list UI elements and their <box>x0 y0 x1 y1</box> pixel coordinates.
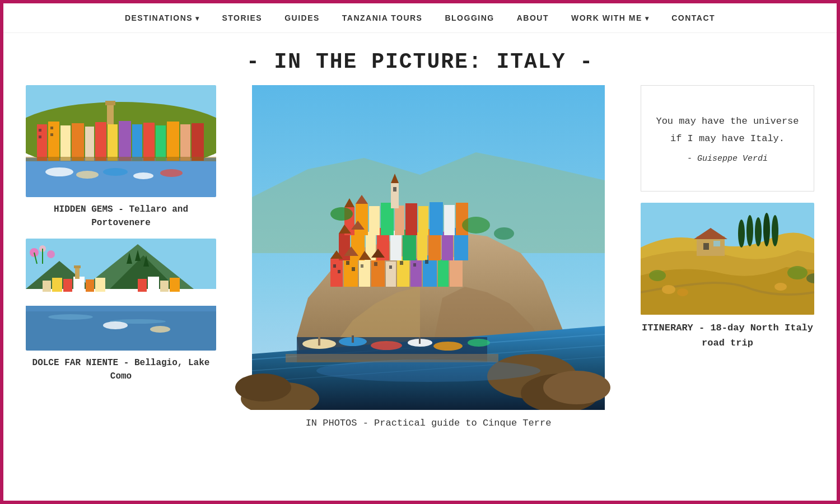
svg-rect-92 <box>444 205 455 235</box>
bellagio-image <box>26 239 216 351</box>
svg-rect-85 <box>356 204 368 235</box>
svg-rect-66 <box>359 260 370 287</box>
svg-rect-106 <box>361 264 363 268</box>
svg-rect-13 <box>156 125 166 161</box>
svg-rect-43 <box>63 279 72 292</box>
svg-point-58 <box>150 326 170 333</box>
nav-tanzania-tours[interactable]: TANZANIA TOURS <box>342 13 423 22</box>
svg-point-138 <box>235 374 291 402</box>
svg-rect-107 <box>374 262 377 266</box>
nav-blogging[interactable]: BLOGGING <box>445 13 494 22</box>
svg-rect-9 <box>108 124 118 161</box>
svg-rect-67 <box>371 258 385 287</box>
quote-text: You may have the universeif I may have I… <box>656 113 799 147</box>
svg-rect-149 <box>713 241 720 246</box>
svg-point-130 <box>433 342 463 351</box>
svg-rect-41 <box>43 281 51 292</box>
svg-rect-2 <box>26 158 216 197</box>
svg-rect-65 <box>344 256 358 287</box>
center-column: IN PHOTOS - Practical guide to Cinque Te… <box>227 85 629 428</box>
svg-rect-103 <box>338 270 340 273</box>
svg-rect-70 <box>410 259 422 287</box>
bellagio-title: DOLCE FAR NIENTE - Bellagio, Lake Como <box>26 356 216 383</box>
svg-point-145 <box>772 215 778 246</box>
svg-rect-19 <box>50 127 53 129</box>
svg-point-117 <box>494 227 514 240</box>
svg-point-153 <box>649 270 666 281</box>
svg-rect-109 <box>400 261 403 265</box>
svg-rect-44 <box>73 277 85 292</box>
svg-rect-112 <box>391 183 399 208</box>
svg-rect-129 <box>419 337 421 344</box>
svg-point-136 <box>543 371 610 404</box>
nav-contact[interactable]: CONTACT <box>671 13 715 22</box>
nav-guides[interactable]: GUIDES <box>284 13 320 22</box>
svg-rect-16 <box>192 123 204 161</box>
svg-rect-12 <box>143 123 155 161</box>
card-bellagio[interactable]: DOLCE FAR NIENTE - Bellagio, Lake Como <box>26 239 216 383</box>
svg-rect-89 <box>405 203 417 235</box>
nav-work-with-me[interactable]: WORK WITH ME <box>571 13 649 22</box>
svg-rect-48 <box>148 277 159 292</box>
svg-rect-108 <box>389 265 392 269</box>
svg-rect-104 <box>346 261 349 265</box>
cinque-terre-image[interactable] <box>227 85 629 410</box>
tuscany-title: ITINERARY - 18-day North Italy road trip <box>641 320 814 351</box>
svg-point-151 <box>677 288 688 296</box>
nav-destinations[interactable]: DESTINATIONS <box>125 13 200 22</box>
svg-point-38 <box>47 250 55 258</box>
svg-rect-8 <box>95 122 106 161</box>
svg-rect-126 <box>352 335 354 343</box>
svg-rect-54 <box>26 306 216 311</box>
svg-point-55 <box>48 314 93 320</box>
svg-rect-3 <box>37 124 47 161</box>
svg-rect-7 <box>85 127 94 161</box>
right-column: You may have the universeif I may have I… <box>641 85 814 428</box>
svg-rect-42 <box>52 278 62 292</box>
svg-rect-4 <box>48 122 59 161</box>
card-portovenere[interactable]: HIDDEN GEMS - Tellaro and Portovenere <box>26 85 216 230</box>
svg-rect-73 <box>450 257 463 287</box>
svg-rect-102 <box>333 264 336 268</box>
svg-point-116 <box>462 217 490 234</box>
svg-rect-114 <box>393 187 396 192</box>
svg-point-23 <box>76 171 99 179</box>
svg-rect-90 <box>418 206 428 235</box>
card-tuscany[interactable]: ITINERARY - 18-day North Italy road trip <box>641 203 814 351</box>
svg-rect-45 <box>86 279 94 292</box>
svg-rect-46 <box>95 278 105 292</box>
svg-point-144 <box>763 213 770 246</box>
svg-rect-17 <box>39 129 41 132</box>
quote-author: - Guiseppe Verdi <box>687 154 768 164</box>
left-column: HIDDEN GEMS - Tellaro and Portovenere <box>26 85 216 428</box>
svg-rect-49 <box>160 281 169 292</box>
svg-point-115 <box>330 207 353 221</box>
page-title-area: - IN THE PICTURE: ITALY - <box>3 33 837 85</box>
svg-rect-72 <box>438 259 449 287</box>
cinque-terre-caption: IN PHOTOS - Practical guide to Cinque Te… <box>227 418 629 428</box>
svg-rect-5 <box>60 125 71 161</box>
svg-rect-10 <box>119 121 131 161</box>
svg-rect-82 <box>442 232 453 260</box>
svg-rect-105 <box>352 267 355 271</box>
svg-point-127 <box>371 341 402 350</box>
svg-point-150 <box>662 285 675 294</box>
svg-point-22 <box>45 167 73 176</box>
svg-rect-68 <box>386 262 396 287</box>
nav-about[interactable]: ABOUT <box>517 13 549 22</box>
main-grid: HIDDEN GEMS - Tellaro and Portovenere <box>3 85 837 451</box>
svg-point-26 <box>160 169 183 177</box>
svg-point-154 <box>787 266 808 279</box>
quote-box: You may have the universeif I may have I… <box>641 85 814 192</box>
nav-stories[interactable]: STORIES <box>222 13 262 22</box>
svg-point-24 <box>103 168 128 176</box>
svg-rect-21 <box>26 157 216 161</box>
page-title: - IN THE PICTURE: ITALY - <box>3 50 837 74</box>
svg-rect-28 <box>105 101 115 105</box>
svg-rect-148 <box>703 243 709 250</box>
svg-rect-52 <box>74 265 81 268</box>
svg-point-143 <box>755 217 762 246</box>
svg-rect-51 <box>75 267 80 279</box>
svg-point-141 <box>738 220 745 248</box>
svg-point-131 <box>468 339 490 347</box>
